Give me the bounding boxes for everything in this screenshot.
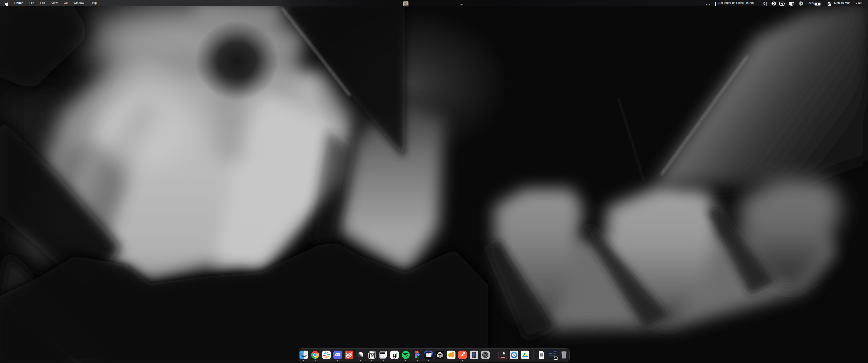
svg-text:g: g xyxy=(393,352,397,359)
svg-text:N: N xyxy=(371,354,374,358)
svg-text:raycast: raycast xyxy=(501,357,505,358)
svg-text:10: 10 xyxy=(381,354,384,358)
